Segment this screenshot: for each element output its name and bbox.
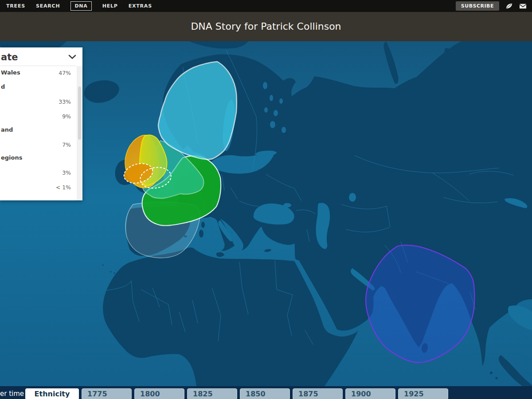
tab-year-1825[interactable]: 1825 (187, 388, 237, 399)
mail-icon[interactable] (519, 3, 527, 9)
timeline-caption: er time (0, 390, 24, 398)
ethnicity-percent: 9% (13, 113, 71, 120)
tab-ethnicity[interactable]: Ethnicity (25, 388, 79, 399)
tab-year-1775[interactable]: 1775 (82, 388, 132, 399)
nav-item-extras[interactable]: EXTRAS (129, 3, 152, 9)
tab-year-1900[interactable]: 1900 (345, 388, 395, 399)
scrollbar-thumb[interactable] (78, 86, 81, 140)
leaf-icon[interactable] (505, 3, 513, 9)
ethnicity-percent: 3% (13, 169, 71, 176)
nav-item-help[interactable]: HELP (102, 3, 118, 9)
ethnicity-percent: 33% (13, 98, 71, 105)
ethnicity-percent: 7% (13, 141, 71, 148)
nav-item-trees[interactable]: TREES (6, 3, 25, 9)
ethnicity-percent: 47% (13, 70, 71, 76)
section-label: egions (1, 154, 23, 161)
timeline-bar: er time Ethnicity 1775 1800 1825 1850 18… (0, 386, 532, 399)
tab-year-1800[interactable]: 1800 (134, 388, 184, 399)
ethnicity-percent: < 1% (13, 184, 71, 191)
panel-title: ate (1, 52, 18, 63)
nav-items: TREES SEARCH DNA HELP EXTRAS (0, 1, 152, 11)
chevron-down-icon[interactable] (68, 55, 76, 59)
ethnicity-row[interactable]: 7% (0, 141, 71, 149)
ethnicity-row[interactable]: 3% (0, 169, 71, 176)
ethnicity-row[interactable]: and (0, 126, 71, 134)
ethnicity-estimate-panel: ate Wales 47% d 33% 9% and 7% egions 3% … (0, 47, 82, 200)
subscribe-button[interactable]: SUBSCRIBE (456, 1, 499, 11)
panel-divider (0, 66, 76, 66)
nav-item-dna[interactable]: DNA (70, 1, 91, 11)
tab-year-1925[interactable]: 1925 (398, 388, 448, 399)
panel-scrollbar[interactable] (77, 66, 82, 200)
section-header-row: egions (0, 154, 71, 162)
nav-item-search[interactable]: SEARCH (36, 3, 60, 9)
tab-year-1875[interactable]: 1875 (293, 388, 343, 399)
ethnicity-row[interactable]: Wales 47% (0, 69, 71, 77)
title-bar: DNA Story for Patrick Collinson (0, 12, 532, 41)
ethnicity-label: and (1, 126, 13, 133)
top-nav: TREES SEARCH DNA HELP EXTRAS SUBSCRIBE (0, 0, 532, 12)
ethnicity-row[interactable]: d (0, 83, 71, 91)
page-title: DNA Story for Patrick Collinson (0, 12, 532, 41)
ethnicity-row[interactable]: < 1% (0, 184, 71, 191)
ethnicity-row[interactable]: 9% (0, 113, 71, 120)
ethnicity-label: d (1, 83, 5, 90)
tab-year-1850[interactable]: 1850 (240, 388, 290, 399)
ethnicity-row[interactable]: 33% (0, 98, 71, 106)
